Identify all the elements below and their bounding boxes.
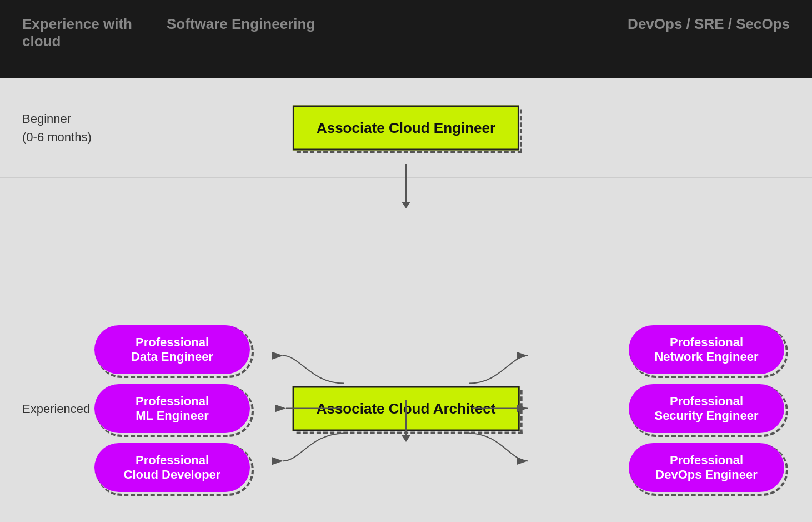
- professional-devops-engineer-pill: ProfessionalDevOps Engineer: [629, 443, 784, 492]
- beginner-label: Beginner(0-6 months): [22, 110, 92, 146]
- left-pills-container: ProfessionalData Engineer ProfessionalML…: [94, 325, 250, 492]
- arrow-beginner-to-experienced: [405, 164, 407, 203]
- associate-cloud-engineer-container: Associate Cloud Engineer: [293, 105, 519, 150]
- professional-cloud-developer-pill: ProfessionalCloud Developer: [94, 443, 250, 492]
- header-col-experience-label: Experience with cloud: [22, 16, 132, 49]
- associate-cloud-engineer-text: Associate Cloud Engineer: [317, 119, 495, 136]
- header-col-experience: Experience with cloud: [22, 16, 167, 50]
- professional-ml-engineer-pill: ProfessionalML Engineer: [94, 384, 250, 433]
- professional-security-engineer-pill: ProfessionalSecurity Engineer: [629, 384, 784, 433]
- main-diagram: Beginner(0-6 months) Associate Cloud Eng…: [0, 78, 812, 522]
- associate-cloud-engineer-box: Associate Cloud Engineer: [293, 105, 519, 150]
- header-col-devops: DevOps / SRE / SecOps: [628, 16, 790, 33]
- advanced-section: Advanced Google Cloud Certified Fellow: [0, 514, 812, 522]
- header-col-software-label: Software Engineering: [167, 16, 315, 32]
- right-pills-container: ProfessionalNetwork Engineer Professiona…: [629, 325, 784, 492]
- header-col-software: Software Engineering: [167, 16, 400, 33]
- experienced-label: Experienced: [22, 399, 90, 417]
- header-col-devops-label: DevOps / SRE / SecOps: [628, 16, 790, 32]
- arrow-experienced-to-advanced: [405, 400, 407, 436]
- professional-data-engineer-pill: ProfessionalData Engineer: [94, 325, 250, 374]
- beginner-section: Beginner(0-6 months) Associate Cloud Eng…: [0, 78, 812, 178]
- professional-network-engineer-pill: ProfessionalNetwork Engineer: [629, 325, 784, 374]
- header: Experience with cloud Software Engineeri…: [0, 0, 812, 78]
